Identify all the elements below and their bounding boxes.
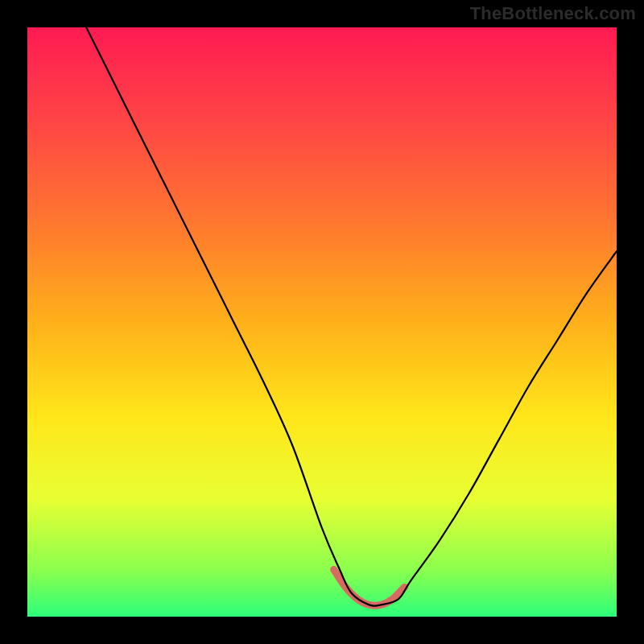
- highlight-series: [334, 569, 405, 605]
- plot-area: [27, 27, 617, 617]
- chart-svg: [27, 27, 617, 617]
- curve-series: [86, 27, 617, 606]
- watermark-text: TheBottleneck.com: [470, 3, 636, 24]
- chart-frame: TheBottleneck.com: [0, 0, 644, 644]
